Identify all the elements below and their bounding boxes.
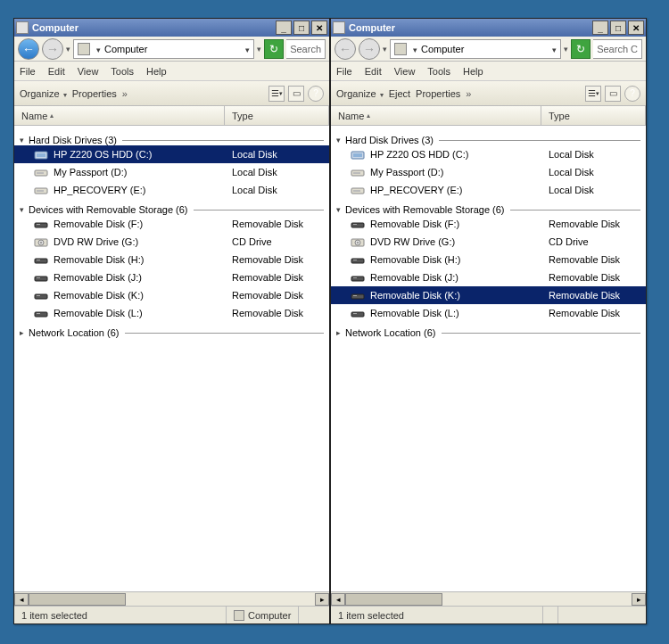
group-header[interactable]: ▸ Network Location (6) <box>14 327 329 338</box>
address-bar[interactable]: Computer <box>73 39 254 59</box>
refresh-button[interactable]: ↻ <box>571 39 591 59</box>
titlebar[interactable]: Computer _ □ ✕ <box>331 19 646 37</box>
forward-button[interactable]: → <box>359 38 380 60</box>
drive-row[interactable]: HP Z220 OS HDD (C:) Local Disk <box>14 145 329 163</box>
menu-file[interactable]: File <box>20 66 36 77</box>
drive-row[interactable]: Removable Disk (K:) Removable Disk <box>331 286 646 304</box>
back-button[interactable]: ← <box>334 38 356 60</box>
minimize-button[interactable]: _ <box>276 21 292 35</box>
column-name[interactable]: Name▴ <box>331 106 541 125</box>
properties-button[interactable]: Properties <box>416 88 460 99</box>
drive-name: Removable Disk (F:) <box>54 219 232 229</box>
eject-button[interactable]: Eject <box>389 88 410 99</box>
back-button[interactable]: ← <box>18 38 39 60</box>
drive-row[interactable]: Removable Disk (L:) Removable Disk <box>331 304 646 322</box>
horizontal-scrollbar[interactable]: ◂ ▸ <box>14 591 329 606</box>
drive-row[interactable]: My Passport (D:) Local Disk <box>14 163 329 181</box>
drive-name: Removable Disk (K:) <box>54 290 232 301</box>
column-type[interactable]: Type <box>541 106 646 125</box>
column-name[interactable]: Name▴ <box>14 106 225 125</box>
group-header[interactable]: ▸ Network Location (6) <box>331 327 646 338</box>
group-header[interactable]: ▾ Devices with Removable Storage (6) <box>14 204 329 215</box>
drive-row[interactable]: DVD RW Drive (G:) CD Drive <box>331 233 646 251</box>
column-headers: Name▴ Type <box>331 106 646 126</box>
drive-row[interactable]: HP_RECOVERY (E:) Local Disk <box>14 181 329 199</box>
close-button[interactable]: ✕ <box>628 21 644 35</box>
overflow-icon[interactable] <box>122 88 128 99</box>
group-header[interactable]: ▾ Devices with Removable Storage (6) <box>331 204 646 215</box>
drive-row[interactable]: Removable Disk (F:) Removable Disk <box>331 215 646 233</box>
drive-icon <box>351 272 365 283</box>
menu-tools[interactable]: Tools <box>427 66 450 77</box>
drive-row[interactable]: Removable Disk (H:) Removable Disk <box>331 251 646 268</box>
maximize-button[interactable]: □ <box>293 21 310 35</box>
search-box[interactable]: Search C <box>593 39 642 59</box>
menu-file[interactable]: File <box>336 66 352 77</box>
expand-icon: ▾ <box>20 136 29 144</box>
drive-row[interactable]: Removable Disk (K:) Removable Disk <box>14 286 329 304</box>
help-button[interactable]: ? <box>624 86 640 102</box>
svg-rect-25 <box>351 223 364 227</box>
drive-icon <box>351 254 365 265</box>
svg-rect-32 <box>351 277 364 281</box>
menu-tools[interactable]: Tools <box>111 66 134 77</box>
preview-pane-button[interactable]: ▭ <box>288 86 304 102</box>
overflow-icon[interactable] <box>466 88 471 99</box>
scroll-left-button[interactable]: ◂ <box>14 593 29 606</box>
scroll-right-button[interactable]: ▸ <box>315 593 329 606</box>
drive-icon <box>351 167 365 178</box>
search-box[interactable]: Search <box>286 39 326 59</box>
preview-pane-button[interactable]: ▭ <box>605 86 621 102</box>
group-header[interactable]: ▾ Hard Disk Drives (3) <box>331 135 646 145</box>
help-button[interactable]: ? <box>308 86 324 102</box>
titlebar[interactable]: Computer _ □ ✕ <box>14 19 329 37</box>
menu-view[interactable]: View <box>78 66 99 77</box>
organize-button[interactable]: Organize <box>20 88 67 99</box>
minimize-button[interactable]: _ <box>592 21 608 35</box>
column-type[interactable]: Type <box>225 106 329 125</box>
drive-row[interactable]: DVD RW Drive (G:) CD Drive <box>14 233 329 251</box>
refresh-button[interactable]: ↻ <box>264 39 284 59</box>
group-label: Hard Disk Drives (3) <box>345 135 434 145</box>
drive-icon <box>351 236 365 247</box>
scroll-left-button[interactable]: ◂ <box>331 593 345 606</box>
drive-row[interactable]: Removable Disk (J:) Removable Disk <box>14 268 329 286</box>
explorer-window-right[interactable]: Computer _ □ ✕← → ▾ Computer ▾ ↻ Search … <box>330 18 647 624</box>
organize-button[interactable]: Organize <box>336 88 384 99</box>
menu-edit[interactable]: Edit <box>365 66 382 77</box>
drive-row[interactable]: Removable Disk (L:) Removable Disk <box>14 304 329 322</box>
drive-name: Removable Disk (F:) <box>370 219 549 229</box>
drive-icon <box>34 308 48 318</box>
close-button[interactable]: ✕ <box>311 21 327 35</box>
drive-row[interactable]: HP Z220 OS HDD (C:) Local Disk <box>331 145 646 163</box>
drive-row[interactable]: My Passport (D:) Local Disk <box>331 163 646 181</box>
file-list[interactable]: ▾ Hard Disk Drives (3) HP Z220 OS HDD (C… <box>14 126 329 591</box>
drive-row[interactable]: HP_RECOVERY (E:) Local Disk <box>331 181 646 199</box>
view-button[interactable]: ☰▾ <box>268 86 285 102</box>
drive-row[interactable]: Removable Disk (F:) Removable Disk <box>14 215 329 233</box>
svg-rect-6 <box>35 223 47 227</box>
view-button[interactable]: ☰▾ <box>585 86 601 102</box>
drive-type: Removable Disk <box>549 308 646 318</box>
group-header[interactable]: ▾ Hard Disk Drives (3) <box>14 135 329 145</box>
explorer-window-left[interactable]: Computer _ □ ✕← → ▾ Computer ▾ ↻ SearchF… <box>13 18 330 624</box>
forward-button[interactable]: → <box>42 38 63 60</box>
menu-edit[interactable]: Edit <box>48 66 65 77</box>
maximize-button[interactable]: □ <box>610 21 626 35</box>
menu-view[interactable]: View <box>394 66 416 77</box>
menu-help[interactable]: Help <box>146 66 167 77</box>
drive-type: Removable Disk <box>232 308 329 318</box>
horizontal-scrollbar[interactable]: ◂ ▸ <box>331 591 646 606</box>
svg-rect-1 <box>37 153 45 157</box>
scroll-right-button[interactable]: ▸ <box>632 593 646 606</box>
drive-type: CD Drive <box>549 236 646 247</box>
drive-type: Local Disk <box>549 167 646 178</box>
drive-icon <box>34 254 48 265</box>
properties-button[interactable]: Properties <box>72 88 117 99</box>
drive-row[interactable]: Removable Disk (J:) Removable Disk <box>331 268 646 286</box>
menu-help[interactable]: Help <box>463 66 483 77</box>
drive-row[interactable]: Removable Disk (H:) Removable Disk <box>14 251 329 268</box>
drive-name: Removable Disk (H:) <box>54 254 232 265</box>
address-bar[interactable]: Computer <box>390 39 561 59</box>
file-list[interactable]: ▾ Hard Disk Drives (3) HP Z220 OS HDD (C… <box>331 126 646 591</box>
